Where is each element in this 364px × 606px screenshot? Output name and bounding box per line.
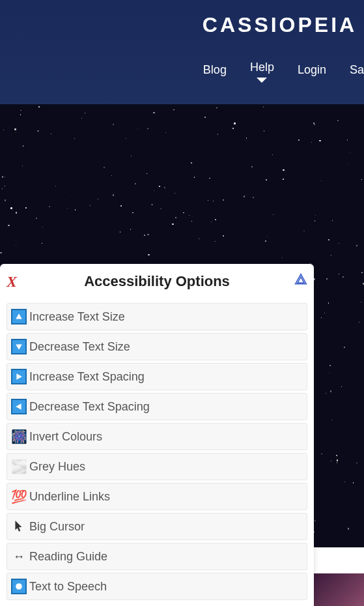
- panel-header: X Accessibility Options: [7, 273, 307, 290]
- option-label: Text to Speech: [29, 580, 107, 594]
- option-label: Invert Colours: [29, 430, 102, 444]
- option-label: Decrease Text Size: [29, 340, 130, 354]
- grey-icon: 🌫️: [11, 459, 27, 474]
- option-underline-links[interactable]: 💯 Underline Links: [7, 483, 307, 510]
- site-header: CASSIOPEIA Blog Help Login Sa: [0, 0, 364, 104]
- reading-guide-icon: ↔: [11, 549, 27, 564]
- nav-help[interactable]: Help: [250, 61, 274, 77]
- brand-icon[interactable]: [294, 273, 307, 289]
- nav-blog[interactable]: Blog: [203, 63, 227, 77]
- sub-hero-right: [313, 573, 364, 606]
- main-nav: Blog Help Login Sa: [0, 37, 364, 77]
- option-increase-text-spacing[interactable]: Increase Text Spacing: [7, 363, 307, 390]
- option-increase-text-size[interactable]: Increase Text Size: [7, 303, 307, 330]
- option-decrease-text-spacing[interactable]: Decrease Text Spacing: [7, 393, 307, 420]
- arrow-right-icon: [11, 369, 27, 384]
- option-grey-hues[interactable]: 🌫️ Grey Hues: [7, 453, 307, 480]
- svg-point-0: [16, 583, 22, 590]
- option-decrease-text-size[interactable]: Decrease Text Size: [7, 333, 307, 360]
- panel-title: Accessibility Options: [84, 273, 230, 289]
- option-label: Underline Links: [29, 490, 110, 504]
- option-label: Big Cursor: [29, 520, 85, 534]
- arrow-left-icon: [11, 399, 27, 414]
- option-text-to-speech[interactable]: Text to Speech: [7, 573, 307, 600]
- underline-icon: 💯: [11, 489, 27, 504]
- option-label: Decrease Text Spacing: [29, 400, 150, 414]
- invert-icon: 🎆: [11, 429, 27, 444]
- record-icon: [11, 579, 27, 594]
- close-button[interactable]: X: [7, 273, 17, 291]
- nav-sample[interactable]: Sa: [350, 63, 364, 77]
- option-big-cursor[interactable]: Big Cursor: [7, 513, 307, 540]
- option-invert-colours[interactable]: 🎆 Invert Colours: [7, 423, 307, 450]
- option-list: Increase Text Size Decrease Text Size In…: [7, 303, 307, 600]
- option-label: Increase Text Spacing: [29, 370, 145, 384]
- arrow-up-icon: [11, 309, 27, 325]
- arrow-down-icon: [11, 339, 27, 354]
- option-reading-guide[interactable]: ↔ Reading Guide: [7, 543, 307, 570]
- option-label: Increase Text Size: [29, 310, 125, 324]
- cursor-icon: [11, 519, 27, 534]
- accessibility-panel: X Accessibility Options Increase Text Si…: [0, 264, 314, 606]
- option-label: Grey Hues: [29, 460, 85, 474]
- nav-login[interactable]: Login: [298, 63, 326, 77]
- site-logo: CASSIOPEIA: [0, 0, 364, 37]
- option-label: Reading Guide: [29, 550, 107, 564]
